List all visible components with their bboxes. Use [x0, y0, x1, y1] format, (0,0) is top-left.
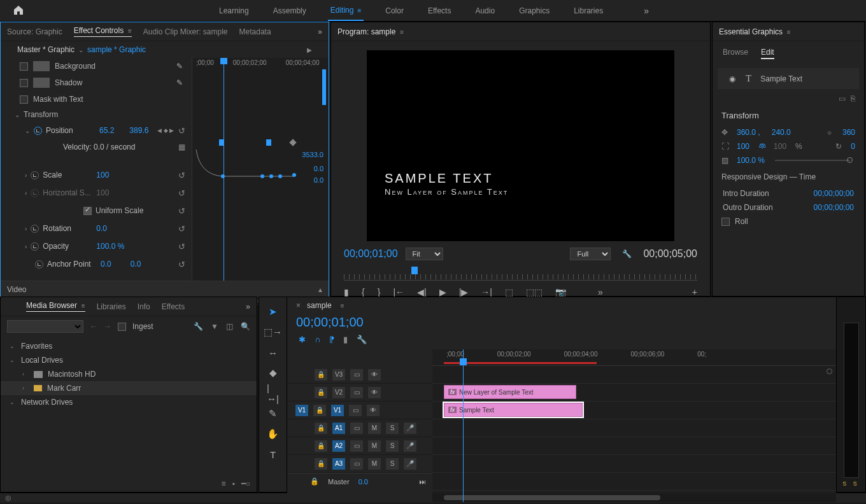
expand-icon[interactable]: › [25, 225, 27, 232]
toggle-output-icon[interactable]: ▭ [350, 386, 364, 399]
essential-graphics-tab[interactable]: Essential Graphics ≡ [719, 27, 791, 36]
reset-icon[interactable]: ↺ [178, 188, 185, 198]
tab-effects-lower[interactable]: Effects [162, 302, 185, 311]
eye-icon[interactable]: 👁 [367, 368, 381, 381]
graph-toggle-icon[interactable]: ▦ [178, 143, 185, 151]
ripple-tool-icon[interactable]: ↔ [267, 347, 279, 358]
mask-checkbox[interactable] [20, 95, 28, 104]
favorites-row[interactable]: ⌄Favorites [1, 339, 257, 353]
type-tool-icon[interactable]: T [267, 449, 279, 460]
network-drives-row[interactable]: ⌄Network Drives [1, 395, 257, 409]
lift-icon[interactable]: ⬚ [505, 287, 513, 297]
panel-menu-icon[interactable]: ≡ [341, 302, 344, 309]
keyframe-marker[interactable] [219, 139, 224, 146]
ws-editing[interactable]: Editing≡ [328, 1, 364, 21]
wrench-icon[interactable]: 🔧 [194, 322, 203, 331]
solo-button[interactable]: S [385, 458, 399, 470]
button-overflow-icon[interactable]: » [598, 287, 603, 297]
ws-graphics[interactable]: Graphics [516, 1, 552, 20]
go-out-icon[interactable]: →| [481, 287, 492, 297]
record-icon[interactable]: 🎤 [403, 422, 417, 435]
eg-browse-tab[interactable]: Browse [723, 48, 748, 59]
lock-icon[interactable]: 🔒 [314, 440, 328, 452]
position-y-value[interactable]: 389.6 [129, 126, 148, 135]
eg-scale-w[interactable]: 100 [737, 142, 749, 151]
mb-nav-fwd-icon[interactable]: → [104, 322, 111, 331]
lock-icon[interactable]: 🔒 [314, 458, 328, 470]
marker-icon[interactable]: ▮ [344, 287, 349, 297]
toggle-output-icon[interactable]: ▭ [348, 404, 362, 417]
step-back-icon[interactable]: ◀| [417, 287, 427, 297]
position-x-value[interactable]: 65.2 [99, 126, 114, 135]
track-label[interactable]: V3 [332, 368, 346, 381]
opacity-slider[interactable] [775, 160, 850, 161]
audio-meter[interactable] [844, 323, 859, 478]
effect-keyframe-graph[interactable]: ;00;00 00;00;02;00 00;00;04;00 3533.0 0.… [192, 58, 329, 281]
solo-button[interactable]: S [385, 440, 399, 452]
zoom-fit-select[interactable]: Fit [406, 248, 443, 260]
tab-effect-controls[interactable]: Effect Controls ≡ [74, 26, 132, 37]
marker-add-icon[interactable]: ▮ [343, 335, 348, 344]
scale-value[interactable]: 100 [96, 171, 109, 179]
reset-icon[interactable]: ↺ [178, 206, 185, 216]
v-zoom-handle[interactable] [827, 368, 832, 374]
opacity-value[interactable]: 100.0 % [96, 242, 124, 251]
source-patch-v1[interactable]: V1 [295, 404, 309, 417]
v3-header[interactable]: 🔒 V3 ▭ 👁 [287, 366, 432, 384]
shadow-visible-checkbox[interactable] [20, 79, 28, 87]
expand-icon[interactable]: › [25, 190, 27, 197]
expand-icon[interactable]: › [25, 172, 27, 179]
ws-assembly[interactable]: Assembly [271, 1, 309, 20]
record-icon[interactable]: 🎤 [403, 458, 417, 470]
roll-checkbox[interactable] [721, 218, 730, 226]
reset-icon[interactable]: ↺ [178, 126, 185, 136]
anchor-y-value[interactable]: 0.0 [131, 260, 141, 269]
track-label[interactable]: V2 [332, 386, 346, 399]
play-icon[interactable]: ▶ [439, 287, 446, 297]
keyframe-marker[interactable] [266, 139, 271, 146]
filter-icon[interactable]: ▼ [211, 322, 218, 331]
mute-button[interactable]: M [367, 458, 381, 470]
intro-duration-value[interactable]: 00;00;00;00 [814, 189, 854, 198]
record-icon[interactable]: 🎤 [403, 440, 417, 452]
tab-info[interactable]: Info [138, 302, 150, 311]
new-group-icon[interactable]: ▭ [839, 94, 846, 103]
a1-lane[interactable] [432, 419, 836, 437]
folder-row[interactable]: ›Mark Carr [1, 381, 257, 395]
tl-settings-icon[interactable]: 🔧 [357, 335, 367, 344]
a2-header[interactable]: 🔒 A2 ▭ M S 🎤 [287, 437, 432, 455]
sequence-name[interactable]: sample [307, 301, 332, 310]
in-point-icon[interactable]: { [362, 287, 365, 297]
skip-icon[interactable]: ⏭ [419, 478, 426, 486]
home-icon[interactable] [13, 4, 25, 17]
program-viewport[interactable]: SAMPLE TEXT New Layer of Sample Text [367, 50, 674, 241]
opacity-stopwatch[interactable] [31, 242, 39, 251]
video-section-label[interactable]: Video ▴ [1, 281, 329, 298]
track-label[interactable]: A3 [332, 458, 346, 470]
ws-overflow-icon[interactable]: » [644, 6, 650, 16]
close-seq-icon[interactable]: × [296, 301, 301, 310]
program-tab[interactable]: Program: sample ≡ [337, 27, 404, 36]
anchor-stopwatch[interactable] [35, 260, 43, 269]
toggle-output-icon[interactable]: ▭ [350, 440, 364, 452]
ws-libraries[interactable]: Libraries [571, 1, 606, 20]
v2-header[interactable]: 🔒 V2 ▭ 👁 [287, 384, 432, 402]
zoom-slider-icon[interactable]: ━○ [241, 479, 250, 488]
v3-lane[interactable] [432, 366, 836, 384]
fx-badge-icon[interactable]: fx [448, 407, 457, 413]
ws-menu-icon[interactable]: ≡ [357, 7, 361, 14]
toggle-output-icon[interactable]: ▭ [350, 458, 364, 470]
master-lane[interactable] [432, 473, 836, 491]
magnet-icon[interactable]: ∩ [315, 335, 320, 344]
mb-path-select[interactable] [7, 320, 83, 333]
go-in-icon[interactable]: |← [393, 287, 404, 297]
drive-row[interactable]: ›Macintosh HD [1, 367, 257, 381]
eg-edit-tab[interactable]: Edit [761, 48, 774, 59]
hscale-stopwatch[interactable] [31, 189, 39, 197]
clip-new-layer[interactable]: fx New Layer of Sample Text [444, 385, 576, 399]
a2-lane[interactable] [432, 437, 836, 455]
program-playhead-icon[interactable] [411, 267, 418, 274]
panel-menu-icon[interactable]: ≡ [80, 302, 85, 309]
timeline-scrollbar[interactable] [432, 493, 836, 502]
keyframe-diamond[interactable] [289, 139, 296, 146]
